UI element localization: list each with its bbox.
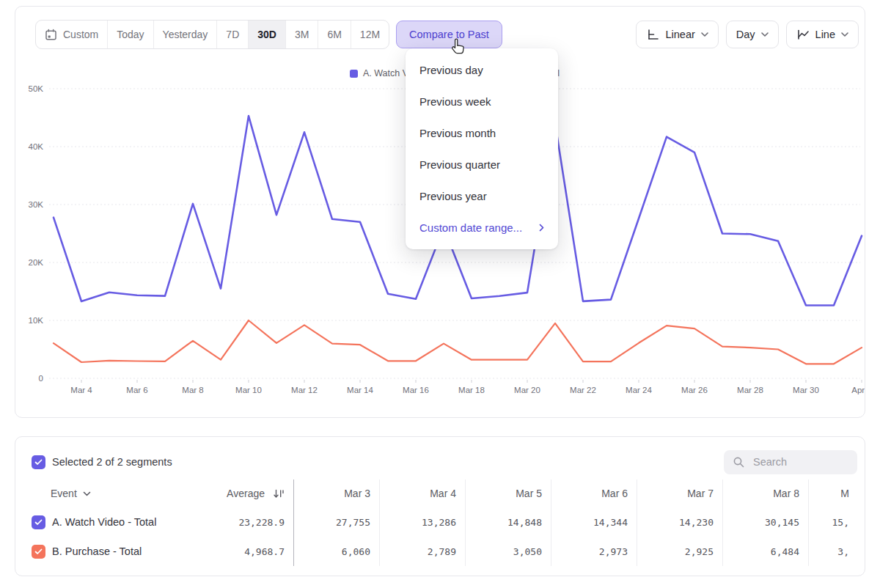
check-icon [34, 519, 43, 526]
value-cell: 2,925 [637, 537, 723, 566]
y-axis-label: 40K [29, 142, 44, 151]
column-header-mar-5: Mar 5 [466, 479, 551, 507]
value-cell: 30,145 [723, 507, 809, 537]
x-axis-label: Mar 18 [458, 386, 485, 394]
menu-item-previous-quarter[interactable]: Previous quarter [406, 149, 558, 180]
chevron-down-icon [761, 32, 769, 37]
value-cell: 3,050 [466, 537, 551, 566]
average-header-label: Average [227, 488, 265, 499]
value-cell: 6,060 [294, 537, 380, 566]
select-all-checkbox[interactable] [32, 455, 45, 469]
chevron-down-icon [83, 491, 91, 496]
menu-item-custom-date-range[interactable]: Custom date range... [406, 212, 558, 243]
range-button-30d[interactable]: 30D [248, 21, 285, 48]
range-label: 12M [360, 29, 380, 40]
x-axis-label: Mar 26 [681, 386, 708, 394]
view-controls: LinearDayLine [636, 21, 859, 48]
value-cell: 14,848 [466, 507, 551, 537]
sort-icon [274, 489, 285, 499]
average-cell: 4,968.7 [208, 537, 294, 566]
segment-label: A. Watch Video - Total [52, 516, 156, 528]
value-cell: 15, [809, 507, 855, 537]
menu-item-previous-month[interactable]: Previous month [406, 117, 558, 149]
x-axis-label: Mar 12 [291, 386, 318, 394]
average-column-header[interactable]: Average [208, 479, 294, 507]
selected-count-label: Selected 2 of 2 segments [52, 456, 172, 468]
range-button-today[interactable]: Today [107, 21, 153, 48]
range-label: Custom [63, 29, 98, 40]
menu-item-previous-day[interactable]: Previous day [406, 54, 558, 86]
line-label: Line [815, 29, 835, 40]
y-axis-label: 20K [29, 258, 44, 267]
average-cell: 23,228.9 [208, 507, 294, 537]
range-button-7d[interactable]: 7D [216, 21, 248, 48]
column-header-mar-7: Mar 7 [637, 479, 723, 507]
series-line-b-purchase-total [54, 320, 862, 364]
line-chart-icon [796, 28, 810, 41]
search-box [724, 450, 857, 474]
date-range-control: CustomTodayYesterday7D30D3M6M12M [35, 20, 389, 49]
x-axis-label: Mar 6 [126, 386, 147, 394]
y-axis-label: 10K [29, 316, 44, 325]
column-header-mar-8: Mar 8 [723, 479, 809, 507]
menu-item-previous-year[interactable]: Previous year [406, 180, 558, 212]
line-dropdown-button[interactable]: Line [786, 21, 859, 48]
range-button-12m[interactable]: 12M [351, 21, 389, 48]
chevron-right-icon [539, 224, 544, 232]
y-axis-label: 50K [29, 84, 44, 93]
search-input[interactable] [752, 455, 843, 468]
check-icon [34, 459, 43, 466]
calendar-icon [45, 29, 57, 41]
compare-dropdown-menu: Previous dayPrevious weekPrevious monthP… [406, 48, 558, 249]
chevron-down-icon [701, 32, 708, 37]
value-cell: 14,344 [551, 507, 637, 537]
event-column-header[interactable]: Event [15, 488, 208, 499]
range-label: 6M [327, 29, 341, 40]
x-axis-label: Mar 20 [514, 386, 540, 394]
segment-cell: A. Watch Video - Total [15, 515, 208, 529]
segments-header-row: Selected 2 of 2 segments [32, 449, 857, 475]
row-checkbox[interactable] [32, 545, 45, 559]
segment-label: B. Purchase - Total [52, 545, 142, 557]
y-axis-label: 0 [39, 374, 43, 383]
x-axis-label: Mar 10 [235, 386, 262, 394]
y-axis-label: 30K [29, 200, 44, 209]
table-header-row: Event Average Mar 3Mar 4Mar 5Mar 6Mar 7M… [15, 479, 865, 507]
segments-table-card: Selected 2 of 2 segments Event Average [15, 436, 865, 576]
x-axis-label: Mar 24 [626, 386, 652, 394]
day-dropdown-button[interactable]: Day [726, 21, 779, 48]
search-icon [733, 456, 745, 468]
range-button-3m[interactable]: 3M [285, 21, 318, 48]
range-button-6m[interactable]: 6M [318, 21, 350, 48]
column-header-mar-4: Mar 4 [380, 479, 466, 507]
x-axis-label: Mar 14 [347, 386, 373, 394]
value-cell: 6,484 [723, 537, 809, 566]
custom-date-range-label: Custom date range... [419, 221, 522, 234]
range-label: 3M [295, 29, 309, 40]
linear-label: Linear [665, 29, 694, 40]
value-cell: 2,973 [551, 537, 637, 566]
value-cell: 13,286 [380, 507, 466, 537]
menu-item-previous-week[interactable]: Previous week [406, 86, 558, 117]
event-header-label: Event [51, 488, 77, 499]
column-header-mar-6: Mar 6 [551, 479, 637, 507]
range-button-custom[interactable]: Custom [36, 21, 107, 48]
x-axis-label: Mar 30 [793, 386, 819, 394]
column-header-mar-3: Mar 3 [294, 479, 380, 507]
x-axis-label: Mar 4 [70, 386, 92, 394]
linear-scale-icon [646, 28, 659, 41]
column-header-m: M [809, 479, 855, 507]
row-checkbox[interactable] [32, 515, 45, 529]
range-button-yesterday[interactable]: Yesterday [153, 21, 217, 48]
chart-toolbar: CustomTodayYesterday7D30D3M6M12M Compare… [35, 21, 859, 48]
day-label: Day [736, 29, 755, 40]
range-label: Yesterday [163, 29, 208, 40]
legend-swatch [350, 70, 358, 78]
x-axis-label: Mar 22 [570, 386, 596, 394]
x-axis-label: Mar 16 [403, 386, 429, 394]
value-cell: 3, [809, 537, 855, 566]
compare-to-past-button[interactable]: Compare to Past [396, 21, 502, 48]
segments-table: Event Average Mar 3Mar 4Mar 5Mar 6Mar 7M… [15, 479, 865, 566]
segment-cell: B. Purchase - Total [15, 545, 208, 559]
linear-dropdown-button[interactable]: Linear [636, 21, 718, 48]
